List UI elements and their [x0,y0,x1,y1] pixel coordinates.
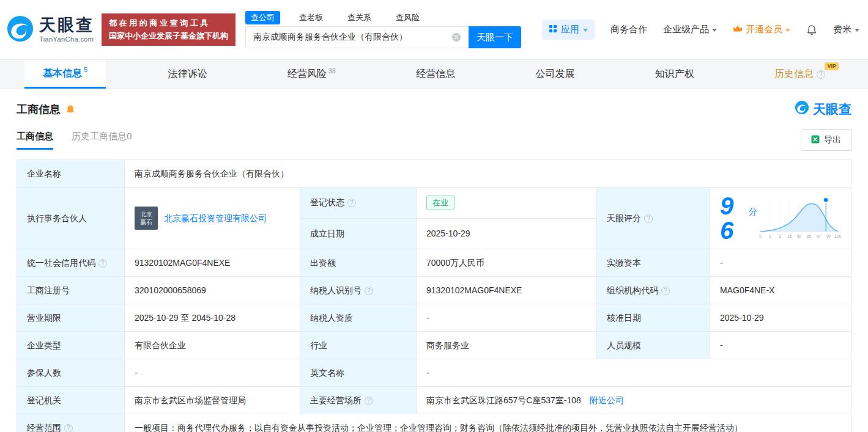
apps-menu-button[interactable]: 应用 [542,20,595,40]
open-vip-label: 开通会员 [746,24,782,35]
company-section-tabs: 基本信息 5 法律诉讼 经营风险 38 经营信息 公司发展 知识产权 VIP 历… [0,59,868,89]
company-type-value: 有限合伙企业 [125,332,300,359]
org-code-label: 组织机构代码 [597,277,710,304]
score-unit: 分 [749,207,757,216]
tab-count: 38 [328,67,336,75]
company-name-value: 南京成顺商务服务合伙企业（有限合伙） [125,160,851,188]
help-icon[interactable] [64,424,73,432]
partner-company-logo: 北京 赢石 [135,207,158,230]
executive-partner-label: 执行事务合伙人 [17,188,125,249]
paid-capital-label: 实缴资本 [597,249,710,277]
section-header: 工商信息 天眼查 [17,100,851,118]
menu-open-vip[interactable]: 开通会员 [733,24,790,35]
help-icon[interactable] [347,199,356,207]
tab-label: 经营风险 [287,68,327,81]
help-icon[interactable] [98,259,107,268]
tab-label: 法律诉讼 [168,68,207,81]
tab-basic-info[interactable]: 基本信息 5 [24,60,106,89]
address-text: 南京市玄武区珠江路657号C座537室-108 [426,395,581,405]
label-text: 天眼评分 [607,213,641,223]
tab-label: 基本信息 [43,67,82,80]
user-menu[interactable]: 费米 [833,24,859,35]
svg-text:85: 85 [807,234,812,238]
partner-logo-line2: 赢石 [140,218,152,227]
taxpayer-id-value: 91320102MAG0F4NEXE [417,277,597,304]
registration-authority-value: 南京市玄武区市场监督管理局 [125,387,300,414]
industry-value: 商务服务业 [417,332,597,359]
tab-company-development[interactable]: 公司发展 [517,60,593,89]
tianyancha-watermark-icon [795,100,809,118]
export-button[interactable]: 导出 [801,129,851,151]
table-row: 登记机关 南京市玄武区市场监督管理局 主要经营场所 南京市玄武区珠江路657号C… [17,387,851,414]
tab-label: 历史信息 [774,68,814,81]
search-input[interactable] [245,26,469,48]
tianyancha-watermark-text: 天眼查 [813,101,851,118]
search-box: 天眼一下 [245,26,521,48]
apps-grid-icon [549,24,557,35]
tianyancha-score-label: 天眼评分 [597,188,710,249]
tianyancha-logo[interactable]: 天眼查 TianYanCha.com [6,15,94,45]
help-icon[interactable] [365,397,373,405]
tab-legal-proceedings[interactable]: 法律诉讼 [149,60,225,89]
tab-count: 5 [84,66,87,73]
vip-badge: VIP [825,62,839,70]
crown-icon [733,24,743,35]
logo-title: 天眼查 [39,17,94,34]
subtabs-row: 工商信息 历史工商信息0 导出 [17,129,851,151]
slogan-line-2: 国家中小企业发展子基金旗下机构 [109,30,228,42]
tab-intellectual-property[interactable]: 知识产权 [637,60,713,89]
business-address-label: 主要经营场所 [300,387,417,414]
chevron-down-icon [583,29,588,32]
credit-code-value: 91320102MAG0F4NEXE [125,249,300,277]
establish-date-value: 2025-10-29 [417,218,597,249]
menu-enterprise-products[interactable]: 企业级产品 [663,24,717,35]
partner-logo-line1: 北京 [140,210,152,219]
table-row: 工商注册号 320102000658069 纳税人识别号 91320102MAG… [17,277,851,304]
nearby-companies-link[interactable]: 附近公司 [590,395,624,405]
label-text: 经营范围 [27,423,61,432]
clear-search-icon[interactable] [451,32,461,42]
search-tab-relation[interactable]: 查关系 [342,11,377,24]
slogan-line-1: 都 在 用 的 商 业 查 询 工 具 [109,17,228,29]
business-address-value: 南京市玄武区珠江路657号C座537室-108 附近公司 [417,387,851,414]
industry-label: 行业 [300,332,417,359]
executive-partner-link[interactable]: 北京赢石投资管理有限公司 [164,212,267,225]
search-tab-boss[interactable]: 查老板 [294,11,328,24]
subtab-business-info[interactable]: 工商信息 [17,131,53,150]
registration-number-label: 工商注册号 [17,277,125,304]
chevron-down-icon [712,29,717,32]
label-text: 登记状态 [310,197,344,207]
approval-date-value: 2025-10-29 [710,304,851,332]
paid-capital-value: - [710,249,851,277]
menu-business-cooperation[interactable]: 商务合作 [610,24,647,35]
label-text: 统一社会信用代码 [27,258,95,268]
svg-text:1: 1 [769,234,771,238]
table-row: 企业名称 南京成顺商务服务合伙企业（有限合伙） [17,160,851,188]
search-button[interactable]: 天眼一下 [469,26,521,48]
staff-size-value: - [710,332,851,359]
table-row: 参保人数 - 英文名称 - [17,359,851,387]
help-icon[interactable] [817,70,825,79]
company-type-label: 企业类型 [17,332,125,359]
table-row: 企业类型 有限合伙企业 行业 商务服务业 人员规模 - [17,332,851,359]
tab-operating-risk[interactable]: 经营风险 38 [269,60,354,89]
registration-status-value: 在业 [417,188,597,219]
search-tab-company[interactable]: 查公司 [245,11,280,24]
tab-history-info[interactable]: VIP 历史信息 [756,60,844,89]
tianyancha-logo-icon [6,15,34,45]
notifications-bell-icon[interactable] [806,24,817,35]
monitor-bell-icon[interactable] [65,104,75,114]
search-tab-risk[interactable]: 查风险 [390,11,425,24]
help-icon[interactable] [661,287,670,295]
tab-operating-info[interactable]: 经营信息 [398,60,473,89]
top-header: 天眼查 TianYanCha.com 都 在 用 的 商 业 查 询 工 具 国… [0,0,868,59]
tianyancha-watermark: 天眼查 [795,100,851,118]
capital-value: 70000万人民币 [417,249,597,277]
table-row: 执行事务合伙人 北京 赢石 北京赢石投资管理有限公司 登记状态 在业 天眼评分 [17,188,851,219]
subtab-history-business-info[interactable]: 历史工商信息0 [72,131,132,150]
business-term-label: 营业期限 [17,304,125,332]
help-icon[interactable] [644,214,653,223]
tab-label: 公司发展 [535,68,574,81]
export-label: 导出 [824,134,841,145]
help-icon[interactable] [365,287,373,295]
